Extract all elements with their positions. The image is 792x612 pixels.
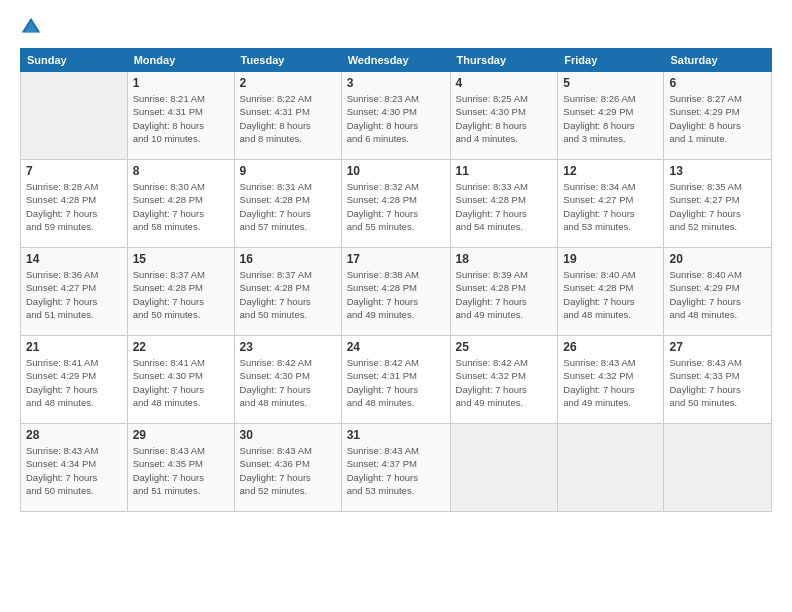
day-info: Sunrise: 8:33 AM Sunset: 4:28 PM Dayligh…	[456, 180, 553, 233]
day-number: 31	[347, 428, 445, 442]
day-number: 23	[240, 340, 336, 354]
day-info: Sunrise: 8:41 AM Sunset: 4:29 PM Dayligh…	[26, 356, 122, 409]
calendar-header-monday: Monday	[127, 49, 234, 72]
calendar-cell: 27Sunrise: 8:43 AM Sunset: 4:33 PM Dayli…	[664, 336, 772, 424]
calendar-cell: 19Sunrise: 8:40 AM Sunset: 4:28 PM Dayli…	[558, 248, 664, 336]
calendar-cell: 2Sunrise: 8:22 AM Sunset: 4:31 PM Daylig…	[234, 72, 341, 160]
page: SundayMondayTuesdayWednesdayThursdayFrid…	[0, 0, 792, 612]
day-number: 11	[456, 164, 553, 178]
day-number: 1	[133, 76, 229, 90]
calendar-header-saturday: Saturday	[664, 49, 772, 72]
day-info: Sunrise: 8:43 AM Sunset: 4:37 PM Dayligh…	[347, 444, 445, 497]
day-number: 30	[240, 428, 336, 442]
day-number: 25	[456, 340, 553, 354]
day-info: Sunrise: 8:43 AM Sunset: 4:34 PM Dayligh…	[26, 444, 122, 497]
calendar-header-thursday: Thursday	[450, 49, 558, 72]
day-number: 21	[26, 340, 122, 354]
day-number: 12	[563, 164, 658, 178]
day-info: Sunrise: 8:26 AM Sunset: 4:29 PM Dayligh…	[563, 92, 658, 145]
day-info: Sunrise: 8:43 AM Sunset: 4:36 PM Dayligh…	[240, 444, 336, 497]
day-info: Sunrise: 8:41 AM Sunset: 4:30 PM Dayligh…	[133, 356, 229, 409]
calendar-cell: 8Sunrise: 8:30 AM Sunset: 4:28 PM Daylig…	[127, 160, 234, 248]
calendar-cell: 31Sunrise: 8:43 AM Sunset: 4:37 PM Dayli…	[341, 424, 450, 512]
day-info: Sunrise: 8:22 AM Sunset: 4:31 PM Dayligh…	[240, 92, 336, 145]
day-number: 26	[563, 340, 658, 354]
day-number: 22	[133, 340, 229, 354]
day-info: Sunrise: 8:28 AM Sunset: 4:28 PM Dayligh…	[26, 180, 122, 233]
calendar-cell: 14Sunrise: 8:36 AM Sunset: 4:27 PM Dayli…	[21, 248, 128, 336]
calendar-cell: 28Sunrise: 8:43 AM Sunset: 4:34 PM Dayli…	[21, 424, 128, 512]
day-number: 29	[133, 428, 229, 442]
day-info: Sunrise: 8:42 AM Sunset: 4:31 PM Dayligh…	[347, 356, 445, 409]
day-info: Sunrise: 8:34 AM Sunset: 4:27 PM Dayligh…	[563, 180, 658, 233]
day-number: 2	[240, 76, 336, 90]
logo-icon	[20, 16, 42, 38]
calendar-cell: 20Sunrise: 8:40 AM Sunset: 4:29 PM Dayli…	[664, 248, 772, 336]
day-number: 13	[669, 164, 766, 178]
day-number: 6	[669, 76, 766, 90]
calendar-header-wednesday: Wednesday	[341, 49, 450, 72]
day-info: Sunrise: 8:37 AM Sunset: 4:28 PM Dayligh…	[133, 268, 229, 321]
calendar-cell: 5Sunrise: 8:26 AM Sunset: 4:29 PM Daylig…	[558, 72, 664, 160]
calendar-cell: 12Sunrise: 8:34 AM Sunset: 4:27 PM Dayli…	[558, 160, 664, 248]
day-info: Sunrise: 8:38 AM Sunset: 4:28 PM Dayligh…	[347, 268, 445, 321]
day-info: Sunrise: 8:36 AM Sunset: 4:27 PM Dayligh…	[26, 268, 122, 321]
day-number: 14	[26, 252, 122, 266]
day-info: Sunrise: 8:39 AM Sunset: 4:28 PM Dayligh…	[456, 268, 553, 321]
calendar-header-friday: Friday	[558, 49, 664, 72]
day-number: 3	[347, 76, 445, 90]
calendar-header-row: SundayMondayTuesdayWednesdayThursdayFrid…	[21, 49, 772, 72]
calendar-cell: 7Sunrise: 8:28 AM Sunset: 4:28 PM Daylig…	[21, 160, 128, 248]
calendar-cell: 3Sunrise: 8:23 AM Sunset: 4:30 PM Daylig…	[341, 72, 450, 160]
calendar-cell: 26Sunrise: 8:43 AM Sunset: 4:32 PM Dayli…	[558, 336, 664, 424]
day-number: 28	[26, 428, 122, 442]
calendar-week-row: 1Sunrise: 8:21 AM Sunset: 4:31 PM Daylig…	[21, 72, 772, 160]
calendar-cell: 16Sunrise: 8:37 AM Sunset: 4:28 PM Dayli…	[234, 248, 341, 336]
day-number: 17	[347, 252, 445, 266]
calendar-cell: 17Sunrise: 8:38 AM Sunset: 4:28 PM Dayli…	[341, 248, 450, 336]
calendar-week-row: 14Sunrise: 8:36 AM Sunset: 4:27 PM Dayli…	[21, 248, 772, 336]
day-info: Sunrise: 8:43 AM Sunset: 4:32 PM Dayligh…	[563, 356, 658, 409]
calendar-week-row: 28Sunrise: 8:43 AM Sunset: 4:34 PM Dayli…	[21, 424, 772, 512]
day-number: 5	[563, 76, 658, 90]
calendar-cell: 9Sunrise: 8:31 AM Sunset: 4:28 PM Daylig…	[234, 160, 341, 248]
day-info: Sunrise: 8:31 AM Sunset: 4:28 PM Dayligh…	[240, 180, 336, 233]
day-info: Sunrise: 8:37 AM Sunset: 4:28 PM Dayligh…	[240, 268, 336, 321]
day-number: 20	[669, 252, 766, 266]
calendar-cell: 1Sunrise: 8:21 AM Sunset: 4:31 PM Daylig…	[127, 72, 234, 160]
calendar-header-tuesday: Tuesday	[234, 49, 341, 72]
day-info: Sunrise: 8:27 AM Sunset: 4:29 PM Dayligh…	[669, 92, 766, 145]
day-number: 19	[563, 252, 658, 266]
day-number: 4	[456, 76, 553, 90]
day-info: Sunrise: 8:40 AM Sunset: 4:29 PM Dayligh…	[669, 268, 766, 321]
logo	[20, 16, 46, 38]
day-info: Sunrise: 8:25 AM Sunset: 4:30 PM Dayligh…	[456, 92, 553, 145]
calendar-cell: 15Sunrise: 8:37 AM Sunset: 4:28 PM Dayli…	[127, 248, 234, 336]
day-info: Sunrise: 8:43 AM Sunset: 4:35 PM Dayligh…	[133, 444, 229, 497]
day-info: Sunrise: 8:42 AM Sunset: 4:30 PM Dayligh…	[240, 356, 336, 409]
header	[20, 16, 772, 38]
day-info: Sunrise: 8:42 AM Sunset: 4:32 PM Dayligh…	[456, 356, 553, 409]
day-info: Sunrise: 8:40 AM Sunset: 4:28 PM Dayligh…	[563, 268, 658, 321]
calendar-header-sunday: Sunday	[21, 49, 128, 72]
day-info: Sunrise: 8:30 AM Sunset: 4:28 PM Dayligh…	[133, 180, 229, 233]
calendar-cell: 23Sunrise: 8:42 AM Sunset: 4:30 PM Dayli…	[234, 336, 341, 424]
calendar-week-row: 7Sunrise: 8:28 AM Sunset: 4:28 PM Daylig…	[21, 160, 772, 248]
day-info: Sunrise: 8:32 AM Sunset: 4:28 PM Dayligh…	[347, 180, 445, 233]
calendar-cell: 22Sunrise: 8:41 AM Sunset: 4:30 PM Dayli…	[127, 336, 234, 424]
calendar-cell	[21, 72, 128, 160]
calendar-cell	[450, 424, 558, 512]
calendar-cell: 29Sunrise: 8:43 AM Sunset: 4:35 PM Dayli…	[127, 424, 234, 512]
calendar-cell	[558, 424, 664, 512]
calendar-week-row: 21Sunrise: 8:41 AM Sunset: 4:29 PM Dayli…	[21, 336, 772, 424]
calendar-cell: 4Sunrise: 8:25 AM Sunset: 4:30 PM Daylig…	[450, 72, 558, 160]
day-number: 9	[240, 164, 336, 178]
day-info: Sunrise: 8:43 AM Sunset: 4:33 PM Dayligh…	[669, 356, 766, 409]
day-number: 7	[26, 164, 122, 178]
calendar-cell: 24Sunrise: 8:42 AM Sunset: 4:31 PM Dayli…	[341, 336, 450, 424]
day-info: Sunrise: 8:23 AM Sunset: 4:30 PM Dayligh…	[347, 92, 445, 145]
calendar-cell	[664, 424, 772, 512]
day-number: 16	[240, 252, 336, 266]
day-number: 27	[669, 340, 766, 354]
calendar-cell: 6Sunrise: 8:27 AM Sunset: 4:29 PM Daylig…	[664, 72, 772, 160]
